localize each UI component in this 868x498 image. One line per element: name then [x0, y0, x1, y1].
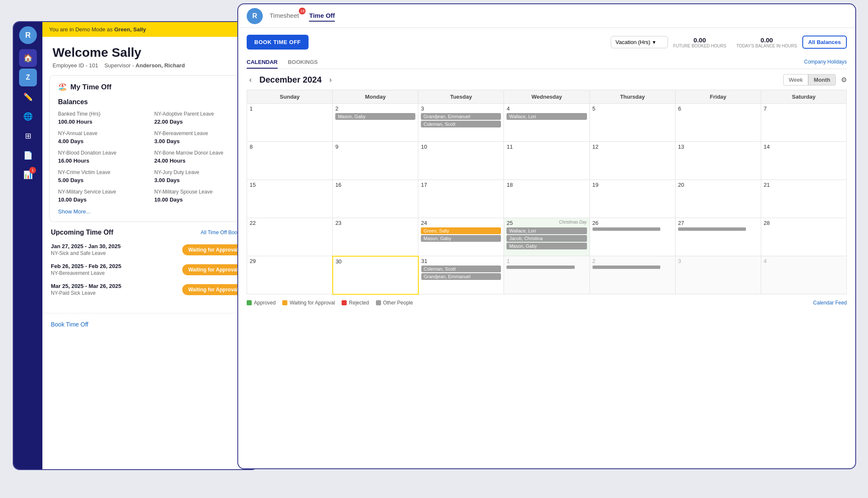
balance-annual: NY-Annual Leave 4.00 Days — [58, 130, 146, 145]
day-cell[interactable]: 9 — [333, 142, 418, 180]
month-view-button[interactable]: Month — [808, 74, 836, 86]
day-cell[interactable]: 5 — [590, 104, 675, 142]
employee-id: Employee ID - 101 — [53, 62, 98, 69]
settings-icon[interactable]: ⚙ — [841, 76, 847, 84]
day-cell[interactable]: 12 — [590, 142, 675, 180]
day-cell[interactable]: 4 Wallace, Lori — [504, 104, 590, 142]
balance-label-8: NY-Military Service Leave — [58, 189, 146, 195]
gray-bar — [506, 266, 575, 269]
legend-approved: Approved — [247, 300, 275, 306]
day-cell[interactable]: 19 — [590, 180, 675, 218]
balance-value-7: 3.00 Days — [154, 177, 180, 183]
demo-user: Green, Sally — [114, 26, 146, 33]
right-header: R Timesheet 18 Time Off — [238, 4, 855, 28]
header-tabs: Timesheet 18 Time Off — [270, 10, 335, 22]
day-cell[interactable]: 3 Grandjean, Emmanuel Coleman, Scott — [418, 104, 504, 142]
day-cell-other[interactable]: 3 — [675, 256, 761, 294]
day-cell[interactable]: 1 — [247, 104, 333, 142]
day-cell-other[interactable]: 2 — [590, 256, 675, 294]
day-cell[interactable]: 8 — [247, 142, 333, 180]
book-time-off-button[interactable]: BOOK TIME OFF — [247, 35, 309, 50]
cal-tab-calendar[interactable]: CALENDAR — [247, 56, 278, 69]
day-cell[interactable]: 2 Mason, Gaby — [333, 104, 418, 142]
future-booked-label: FUTURE BOOKED HOURS — [673, 44, 726, 48]
balance-value-9: 10.00 Days — [154, 196, 183, 203]
balance-value-1: 22.00 Days — [154, 119, 183, 125]
day-cell[interactable]: 26 — [590, 218, 675, 256]
legend-dot-rejected — [342, 300, 347, 305]
legend-dot-other — [376, 300, 381, 305]
day-cell[interactable]: 21 — [761, 180, 846, 218]
sidebar-icon-globe[interactable]: 🌐 — [19, 108, 37, 125]
day-cell[interactable]: 7 — [761, 104, 846, 142]
company-holidays-link[interactable]: Company Holidays — [804, 56, 847, 69]
event-chip: Wallace, Lori — [506, 113, 587, 120]
sidebar-icon-edit[interactable]: ✏️ — [19, 88, 37, 106]
day-cell[interactable]: 15 — [247, 180, 333, 218]
calendar-grid: Sunday Monday Tuesday Wednesday Thursday… — [247, 90, 847, 295]
balances-grid: Banked Time (Hrs) 100.00 Hours NY-Adopti… — [58, 111, 242, 203]
day-cell[interactable]: 24 Green, Sally Mason, Gaby — [418, 218, 504, 256]
day-cell-today[interactable]: 30 — [333, 256, 418, 294]
event-chip: Coleman, Scott — [421, 266, 501, 272]
day-cell[interactable]: 27 — [675, 218, 761, 256]
balance-blood: NY-Blood Donation Leave 16.00 Hours — [58, 150, 146, 164]
balance-bereavement: NY-Bereavement Leave 3.00 Days — [154, 130, 242, 145]
week-view-button[interactable]: Week — [783, 74, 808, 86]
show-more-link[interactable]: Show More... — [58, 208, 242, 215]
sidebar-icon-grid[interactable]: ⊞ — [19, 127, 37, 145]
legend-dot-waiting — [282, 300, 287, 305]
day-cell[interactable]: 28 — [761, 218, 846, 256]
legend-row: Approved Waiting for Approval Rejected O… — [247, 300, 847, 306]
booking-type-2: NY-Paid Sick Leave — [51, 290, 182, 296]
next-month-button[interactable]: › — [327, 75, 334, 85]
tab-timesheet[interactable]: Timesheet 18 — [270, 10, 299, 22]
left-content: You are in Demo Mode as Green, Sally Wel… — [42, 22, 258, 469]
balances-title: Balances — [58, 98, 242, 106]
prev-month-button[interactable]: ‹ — [247, 75, 254, 85]
calendar-feed-link[interactable]: Calendar Feed — [813, 300, 847, 306]
all-balances-button[interactable]: All Balances — [802, 36, 847, 49]
day-cell[interactable]: 17 — [418, 180, 504, 218]
sidebar-icon-z[interactable]: Z — [19, 69, 37, 86]
day-cell[interactable]: 18 — [504, 180, 590, 218]
legend-dot-approved — [247, 300, 252, 305]
sidebar-icon-home[interactable]: 🏠 — [19, 49, 37, 67]
day-cell[interactable]: 16 — [333, 180, 418, 218]
calendar-nav-tabs: CALENDAR BOOKINGS Company Holidays — [247, 56, 847, 69]
day-cell[interactable]: 13 — [675, 142, 761, 180]
balance-value-5: 24.00 Hours — [154, 158, 186, 164]
day-cell[interactable]: 11 — [504, 142, 590, 180]
booking-item-2: Mar 25, 2025 - Mar 26, 2025 NY-Paid Sick… — [51, 283, 249, 296]
legend-rejected: Rejected — [342, 300, 369, 306]
day-cell-other[interactable]: 4 — [761, 256, 846, 294]
day-cell[interactable]: 14 — [761, 142, 846, 180]
sidebar-icon-chart[interactable]: 📊 1 — [19, 166, 37, 184]
day-cell[interactable]: 6 — [675, 104, 761, 142]
table-row: 29 30 31 Coleman, Scott Grandjean, Emman… — [247, 256, 847, 294]
day-cell[interactable]: 20 — [675, 180, 761, 218]
vacation-dropdown[interactable]: Vacation (Hrs) ▾ — [611, 36, 668, 48]
left-sidebar: R 🏠 Z ✏️ 🌐 ⊞ 📄 📊 1 — [14, 22, 42, 469]
waiting-badge-2: Waiting for Approval — [182, 284, 244, 295]
day-cell[interactable]: 29 — [247, 256, 333, 294]
sidebar-icon-doc[interactable]: 📄 — [19, 147, 37, 164]
day-cell[interactable]: 22 — [247, 218, 333, 256]
table-row: 22 23 24 Green, Sally Mason, Gaby 25 Chr… — [247, 218, 847, 256]
booking-dates-1: Feb 26, 2025 - Feb 26, 2025 — [51, 263, 182, 269]
day-cell[interactable]: 23 — [333, 218, 418, 256]
day-cell[interactable]: 31 Coleman, Scott Grandjean, Emmanuel — [418, 256, 504, 294]
left-avatar[interactable]: R — [19, 26, 37, 44]
cal-tab-bookings[interactable]: BOOKINGS — [288, 56, 318, 69]
event-chip: Coleman, Scott — [421, 121, 501, 127]
balance-jury: NY-Jury Duty Leave 3.00 Days — [154, 169, 242, 184]
col-saturday: Saturday — [761, 90, 846, 104]
col-wednesday: Wednesday — [504, 90, 590, 104]
balance-label-0: Banked Time (Hrs) — [58, 111, 146, 117]
day-cell-christmas[interactable]: 25 Christmas Day Wallace, Lori Jacob, Ch… — [504, 218, 590, 256]
day-cell[interactable]: 10 — [418, 142, 504, 180]
book-time-off-link[interactable]: Book Time Off — [51, 321, 88, 328]
tab-time-off[interactable]: Time Off — [309, 10, 335, 22]
day-cell-other[interactable]: 1 — [504, 256, 590, 294]
balance-value-3: 3.00 Days — [154, 138, 180, 144]
